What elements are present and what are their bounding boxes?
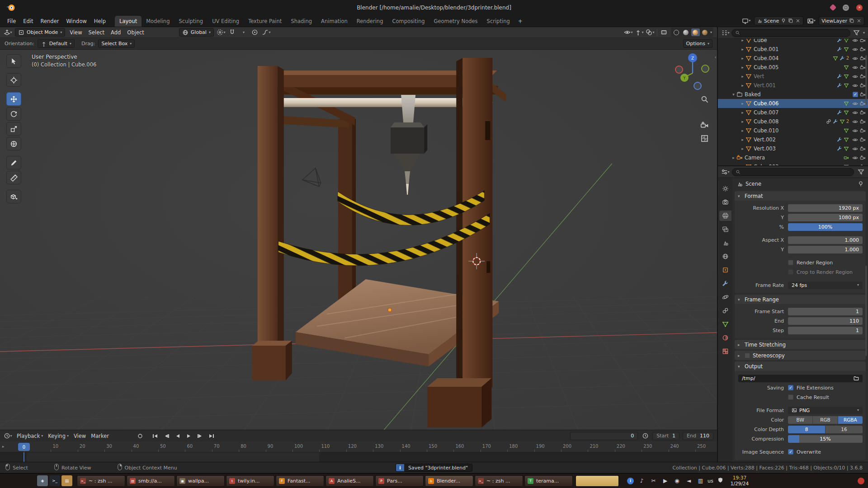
value-field[interactable]: 1920 px [788, 204, 863, 212]
eye-icon[interactable] [852, 74, 858, 80]
file-path-field[interactable]: /tmp/ [738, 375, 863, 382]
prevkey-button[interactable] [162, 432, 171, 440]
tab-shading[interactable]: Shading [286, 16, 316, 27]
measure-tool[interactable] [6, 171, 21, 184]
window-button--zsh-[interactable]: >_~ : zsh ... [77, 475, 125, 487]
preview-range-icon[interactable] [641, 432, 649, 440]
panel-header-format[interactable]: ▾Format [735, 191, 866, 201]
viewport-menu-select[interactable]: Select [87, 29, 106, 36]
outliner-row-camera[interactable]: ▸Camera [718, 153, 868, 162]
add-workspace-button[interactable]: + [514, 16, 526, 27]
menu-edit[interactable]: Edit [19, 16, 37, 27]
shading-solid-button[interactable] [682, 28, 690, 36]
outliner-row-cube.003[interactable]: ▸Cube.003 [718, 162, 868, 165]
properties-tab-constraints[interactable] [719, 305, 731, 316]
properties-tab-texture[interactable] [719, 346, 731, 357]
editor-type-button[interactable]: ▾ [4, 28, 12, 37]
outliner-row-cube.010[interactable]: ▸Cube.010 [718, 126, 868, 135]
eye-icon[interactable] [852, 164, 858, 166]
slider-field[interactable]: 100% [788, 223, 863, 231]
disclosure-arrow[interactable]: ▸ [740, 83, 745, 88]
viewlayer-selector[interactable]: ViewLayer [819, 16, 864, 25]
proportional-falloff-button[interactable]: ▾ [262, 28, 270, 37]
eye-icon[interactable] [852, 65, 858, 70]
value-field[interactable]: 1.000 [788, 246, 863, 253]
scale-tool[interactable] [6, 122, 21, 136]
outliner-row-baked[interactable]: ▾Baked✓ [718, 90, 868, 99]
window-button-terama-[interactable]: Tterama... [524, 475, 573, 487]
value-field[interactable]: 1080 px [788, 214, 863, 221]
properties-tab-tool[interactable] [719, 183, 731, 194]
tray-icon-6[interactable]: ◄ [685, 478, 693, 484]
play-button[interactable] [184, 432, 193, 440]
value-field[interactable]: 110 [788, 317, 863, 325]
new-scene-icon[interactable] [788, 18, 793, 23]
notification-center-icon[interactable] [858, 478, 864, 484]
outliner-options-caret[interactable]: ▾ [863, 31, 865, 35]
panel-header-output[interactable]: ▾Output [735, 361, 866, 371]
tab-animation[interactable]: Animation [316, 16, 352, 27]
snap-toggle[interactable] [228, 28, 236, 37]
menu-render[interactable]: Render [37, 16, 63, 27]
timeline-menu-playback[interactable]: Playback▾ [17, 433, 43, 439]
new-viewlayer-icon[interactable] [849, 18, 854, 23]
value-field[interactable]: 1 [788, 308, 863, 315]
outliner-editor-type-button[interactable]: ▾ [721, 29, 729, 37]
select-box-tool[interactable] [6, 54, 21, 68]
orientation-dropdown[interactable]: Default ▾ [38, 39, 75, 48]
slider-field[interactable]: 15% [788, 435, 863, 443]
properties-editor-type-button[interactable]: ▾ [721, 168, 729, 176]
checkbox[interactable]: ✓ [788, 394, 793, 400]
timeline-menu-view[interactable]: View [74, 433, 86, 439]
playhead-marker[interactable]: 0 [18, 443, 30, 451]
clock[interactable]: 19:37 1/29/24 [731, 475, 749, 487]
window-button-pars-[interactable]: PPars... [375, 475, 424, 487]
tab-compositing[interactable]: Compositing [387, 16, 429, 27]
panel-header-stereoscopy[interactable]: ▸✓Stereoscopy [735, 351, 866, 360]
segment-rgba[interactable]: RGBA [838, 416, 863, 424]
launcher-icon-2[interactable]: >_ [49, 475, 60, 486]
checkbox[interactable]: ✓ [788, 449, 793, 455]
timeline-track[interactable] [0, 452, 717, 462]
cam-icon[interactable] [860, 146, 866, 152]
checkbox[interactable]: ✓ [788, 385, 793, 390]
properties-scrollbar[interactable] [865, 266, 867, 356]
camera-view-icon[interactable] [700, 121, 709, 130]
tab-rendering[interactable]: Rendering [352, 16, 388, 27]
properties-tab-material[interactable] [719, 333, 731, 343]
jumpstart-button[interactable] [151, 432, 160, 440]
window-button-analies-[interactable]: AAnalieS... [326, 475, 374, 487]
frame-end-field[interactable]: End110 [683, 432, 713, 440]
disclosure-arrow[interactable]: ▸ [740, 146, 745, 151]
shading-material-button[interactable] [691, 28, 700, 36]
annotate-tool[interactable] [6, 156, 21, 169]
frame-start-field[interactable]: Start1 [652, 432, 679, 440]
rec-button[interactable] [136, 432, 145, 440]
perspective-toggle-icon[interactable] [700, 134, 709, 143]
launcher-icon-3[interactable]: ▤ [61, 475, 72, 486]
remove-viewlayer-icon[interactable] [856, 18, 862, 23]
disclosure-arrow[interactable]: ▸ [740, 39, 745, 42]
viewport-menu-object[interactable]: Object [126, 29, 145, 36]
cam-icon[interactable] [860, 110, 866, 116]
disclosure-arrow[interactable]: ▸ [740, 65, 745, 70]
gizmo-neg-y-axis[interactable] [702, 65, 709, 72]
overlays-dropdown[interactable]: ▾ [646, 28, 654, 37]
properties-tab-render[interactable] [719, 197, 731, 207]
cam-icon[interactable] [860, 164, 866, 166]
properties-search-input[interactable] [732, 168, 854, 176]
value-field[interactable]: 1.000 [788, 236, 863, 244]
properties-tab-scene[interactable] [719, 238, 731, 248]
drag-dropdown[interactable]: Select Box ▾ [98, 39, 135, 48]
properties-tab-physics[interactable] [719, 292, 731, 302]
panel-header-time-stretching[interactable]: ▸Time Stretching [735, 340, 866, 349]
properties-tab-output[interactable] [719, 211, 731, 221]
snap-settings-button[interactable]: ▾ [240, 28, 248, 37]
close-button[interactable]: ✕ [856, 5, 863, 11]
move-tool[interactable] [6, 92, 21, 106]
outliner-row-vert[interactable]: ▸Vert [718, 72, 868, 81]
disclosure-arrow[interactable]: ▸ [740, 56, 745, 61]
tab-sculpting[interactable]: Sculpting [174, 16, 208, 27]
tab-texture-paint[interactable]: Texture Paint [244, 16, 286, 27]
value-field[interactable]: 1 [788, 327, 863, 334]
